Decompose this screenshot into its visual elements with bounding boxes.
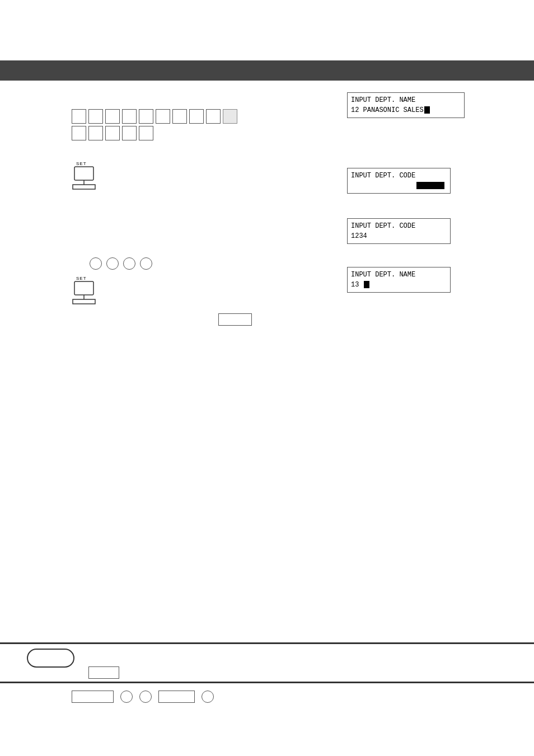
display-line1: INPUT DEPT. CODE	[351, 221, 447, 231]
bottom-small-rect	[88, 666, 119, 679]
key-square[interactable]	[72, 126, 86, 140]
circle-key[interactable]	[90, 257, 102, 270]
key-square[interactable]	[139, 126, 153, 140]
bottom-circle-2[interactable]	[139, 691, 152, 703]
block-cursor-icon	[416, 182, 444, 189]
svg-rect-1	[74, 167, 93, 180]
key-square[interactable]	[206, 109, 221, 124]
svg-rect-7	[73, 299, 95, 304]
display-line1: INPUT DEPT. NAME	[351, 270, 447, 280]
key-square[interactable]	[156, 109, 170, 124]
keyboard-row2	[72, 126, 153, 140]
bottom-rect-1[interactable]	[72, 691, 114, 703]
bottom-controls-row	[72, 691, 214, 703]
circle-key[interactable]	[106, 257, 119, 270]
key-square[interactable]	[122, 126, 137, 140]
key-square[interactable]	[105, 126, 120, 140]
key-square[interactable]	[88, 109, 103, 124]
display-dept-code-1234: INPUT DEPT. CODE 1234	[347, 218, 451, 244]
display-line1: INPUT DEPT. NAME	[351, 95, 461, 105]
bottom-circle-3[interactable]	[202, 691, 214, 703]
display-line1: INPUT DEPT. CODE	[351, 171, 447, 181]
key-square[interactable]	[72, 109, 86, 124]
keyboard-row1	[72, 109, 237, 124]
bottom-bar-top	[0, 642, 534, 644]
bottom-oval[interactable]	[27, 649, 74, 668]
display-line2-blocks	[351, 181, 447, 191]
set-key-1[interactable]: SET	[72, 159, 100, 192]
cursor-icon	[424, 106, 430, 114]
circles-row	[90, 257, 152, 270]
svg-text:SET: SET	[76, 161, 87, 166]
key-square-shaded[interactable]	[223, 109, 237, 124]
svg-rect-3	[73, 185, 95, 189]
circle-key[interactable]	[140, 257, 152, 270]
cursor-icon	[364, 281, 369, 288]
set-key-2[interactable]: SET	[72, 274, 100, 307]
key-square[interactable]	[122, 109, 137, 124]
key-square[interactable]	[88, 126, 103, 140]
small-rect-middle	[218, 313, 252, 326]
display-dept-name: INPUT DEPT. NAME 12 PANASONIC SALES	[347, 92, 465, 118]
key-square[interactable]	[172, 109, 187, 124]
display-dept-code-input: INPUT DEPT. CODE	[347, 168, 451, 194]
key-square[interactable]	[105, 109, 120, 124]
display-line2: 13	[351, 280, 447, 290]
display-dept-name-13: INPUT DEPT. NAME 13	[347, 267, 451, 293]
svg-rect-5	[74, 281, 93, 295]
key-square[interactable]	[139, 109, 153, 124]
svg-text:SET: SET	[76, 276, 87, 281]
bottom-bar-bottom	[0, 682, 534, 683]
key-square[interactable]	[189, 109, 204, 124]
header-bar	[0, 60, 534, 81]
bottom-rect-2[interactable]	[158, 691, 195, 703]
display-line2: 1234	[351, 231, 447, 241]
circle-key[interactable]	[123, 257, 135, 270]
display-line2: 12 PANASONIC SALES	[351, 105, 461, 115]
bottom-circle-1[interactable]	[120, 691, 133, 703]
